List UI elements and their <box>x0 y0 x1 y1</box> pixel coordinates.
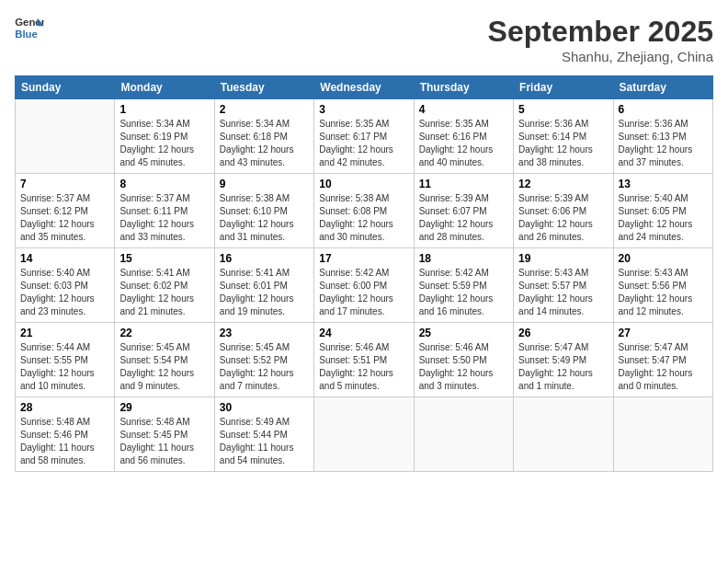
calendar-table: SundayMondayTuesdayWednesdayThursdayFrid… <box>15 75 713 472</box>
day-info: Sunrise: 5:48 AM Sunset: 5:45 PM Dayligh… <box>119 416 209 467</box>
day-info: Sunrise: 5:34 AM Sunset: 6:18 PM Dayligh… <box>220 118 309 169</box>
day-number: 5 <box>518 103 608 116</box>
day-number: 22 <box>119 327 209 339</box>
calendar-cell: 17Sunrise: 5:42 AM Sunset: 6:00 PM Dayli… <box>314 248 414 323</box>
day-info: Sunrise: 5:47 AM Sunset: 5:49 PM Dayligh… <box>518 341 608 393</box>
day-info: Sunrise: 5:46 AM Sunset: 5:50 PM Dayligh… <box>419 341 508 393</box>
calendar-cell: 28Sunrise: 5:48 AM Sunset: 5:46 PM Dayli… <box>16 397 115 472</box>
day-number: 17 <box>319 252 408 265</box>
day-number: 29 <box>119 401 209 414</box>
day-info: Sunrise: 5:41 AM Sunset: 6:01 PM Dayligh… <box>220 267 309 318</box>
logo: General Blue <box>15 15 44 40</box>
calendar-week-row: 14Sunrise: 5:40 AM Sunset: 6:03 PM Dayli… <box>16 248 713 323</box>
calendar-cell: 10Sunrise: 5:38 AM Sunset: 6:08 PM Dayli… <box>314 174 414 248</box>
weekday-header-friday: Friday <box>514 76 613 99</box>
calendar-cell: 16Sunrise: 5:41 AM Sunset: 6:01 PM Dayli… <box>214 248 313 323</box>
calendar-cell <box>16 99 115 174</box>
calendar-cell: 5Sunrise: 5:36 AM Sunset: 6:14 PM Daylig… <box>514 99 613 174</box>
calendar-cell: 3Sunrise: 5:35 AM Sunset: 6:17 PM Daylig… <box>314 99 414 174</box>
logo-icon: General Blue <box>15 15 44 40</box>
calendar-cell: 26Sunrise: 5:47 AM Sunset: 5:49 PM Dayli… <box>514 323 613 397</box>
weekday-header-thursday: Thursday <box>414 76 513 99</box>
calendar-cell <box>314 397 414 472</box>
day-info: Sunrise: 5:39 AM Sunset: 6:06 PM Dayligh… <box>518 192 608 244</box>
weekday-header-monday: Monday <box>115 76 214 99</box>
calendar-cell: 13Sunrise: 5:40 AM Sunset: 6:05 PM Dayli… <box>613 174 712 248</box>
day-number: 28 <box>20 401 109 414</box>
calendar-cell: 19Sunrise: 5:43 AM Sunset: 5:57 PM Dayli… <box>514 248 613 323</box>
day-number: 20 <box>619 252 708 265</box>
day-info: Sunrise: 5:39 AM Sunset: 6:07 PM Dayligh… <box>419 192 508 244</box>
day-info: Sunrise: 5:37 AM Sunset: 6:12 PM Dayligh… <box>20 192 109 244</box>
day-number: 8 <box>119 178 209 190</box>
calendar-cell <box>613 397 712 472</box>
calendar-cell: 30Sunrise: 5:49 AM Sunset: 5:44 PM Dayli… <box>214 397 313 472</box>
calendar-cell: 24Sunrise: 5:46 AM Sunset: 5:51 PM Dayli… <box>314 323 414 397</box>
calendar-cell: 27Sunrise: 5:47 AM Sunset: 5:47 PM Dayli… <box>613 323 712 397</box>
day-info: Sunrise: 5:35 AM Sunset: 6:16 PM Dayligh… <box>419 118 508 169</box>
calendar-cell: 12Sunrise: 5:39 AM Sunset: 6:06 PM Dayli… <box>514 174 613 248</box>
calendar-cell <box>414 397 513 472</box>
calendar-cell: 21Sunrise: 5:44 AM Sunset: 5:55 PM Dayli… <box>16 323 115 397</box>
day-number: 2 <box>220 103 309 116</box>
day-number: 11 <box>419 178 508 190</box>
svg-text:Blue: Blue <box>15 29 38 40</box>
day-info: Sunrise: 5:49 AM Sunset: 5:44 PM Dayligh… <box>220 416 309 467</box>
calendar-week-row: 7Sunrise: 5:37 AM Sunset: 6:12 PM Daylig… <box>16 174 713 248</box>
calendar-cell: 18Sunrise: 5:42 AM Sunset: 5:59 PM Dayli… <box>414 248 513 323</box>
day-info: Sunrise: 5:42 AM Sunset: 6:00 PM Dayligh… <box>319 267 408 318</box>
day-number: 6 <box>619 103 708 116</box>
calendar-cell: 23Sunrise: 5:45 AM Sunset: 5:52 PM Dayli… <box>214 323 313 397</box>
day-info: Sunrise: 5:41 AM Sunset: 6:02 PM Dayligh… <box>119 267 209 318</box>
calendar-cell: 11Sunrise: 5:39 AM Sunset: 6:07 PM Dayli… <box>414 174 513 248</box>
calendar-week-row: 1Sunrise: 5:34 AM Sunset: 6:19 PM Daylig… <box>16 99 713 174</box>
calendar-cell: 7Sunrise: 5:37 AM Sunset: 6:12 PM Daylig… <box>16 174 115 248</box>
day-number: 21 <box>20 327 109 339</box>
page-header: General Blue September 2025 Shanhu, Zhej… <box>15 15 713 64</box>
day-number: 12 <box>518 178 608 190</box>
calendar-cell: 9Sunrise: 5:38 AM Sunset: 6:10 PM Daylig… <box>214 174 313 248</box>
calendar-week-row: 28Sunrise: 5:48 AM Sunset: 5:46 PM Dayli… <box>16 397 713 472</box>
day-info: Sunrise: 5:43 AM Sunset: 5:57 PM Dayligh… <box>518 267 608 318</box>
day-info: Sunrise: 5:36 AM Sunset: 6:13 PM Dayligh… <box>619 118 708 169</box>
day-number: 10 <box>319 178 408 190</box>
calendar-cell: 4Sunrise: 5:35 AM Sunset: 6:16 PM Daylig… <box>414 99 513 174</box>
day-number: 19 <box>518 252 608 265</box>
day-info: Sunrise: 5:42 AM Sunset: 5:59 PM Dayligh… <box>419 267 508 318</box>
day-number: 1 <box>119 103 209 116</box>
day-info: Sunrise: 5:44 AM Sunset: 5:55 PM Dayligh… <box>20 341 109 393</box>
day-number: 14 <box>20 252 109 265</box>
day-info: Sunrise: 5:36 AM Sunset: 6:14 PM Dayligh… <box>518 118 608 169</box>
day-number: 7 <box>20 178 109 190</box>
weekday-header-row: SundayMondayTuesdayWednesdayThursdayFrid… <box>16 76 713 99</box>
day-info: Sunrise: 5:40 AM Sunset: 6:03 PM Dayligh… <box>20 267 109 318</box>
calendar-cell: 20Sunrise: 5:43 AM Sunset: 5:56 PM Dayli… <box>613 248 712 323</box>
day-number: 25 <box>419 327 508 339</box>
day-info: Sunrise: 5:34 AM Sunset: 6:19 PM Dayligh… <box>119 118 209 169</box>
day-info: Sunrise: 5:38 AM Sunset: 6:10 PM Dayligh… <box>220 192 309 244</box>
calendar-cell: 1Sunrise: 5:34 AM Sunset: 6:19 PM Daylig… <box>115 99 214 174</box>
weekday-header-wednesday: Wednesday <box>314 76 414 99</box>
day-number: 18 <box>419 252 508 265</box>
day-info: Sunrise: 5:43 AM Sunset: 5:56 PM Dayligh… <box>619 267 708 318</box>
calendar-cell: 29Sunrise: 5:48 AM Sunset: 5:45 PM Dayli… <box>115 397 214 472</box>
day-number: 26 <box>518 327 608 339</box>
calendar-week-row: 21Sunrise: 5:44 AM Sunset: 5:55 PM Dayli… <box>16 323 713 397</box>
day-info: Sunrise: 5:48 AM Sunset: 5:46 PM Dayligh… <box>20 416 109 467</box>
day-number: 16 <box>220 252 309 265</box>
day-number: 4 <box>419 103 508 116</box>
calendar-cell: 14Sunrise: 5:40 AM Sunset: 6:03 PM Dayli… <box>16 248 115 323</box>
day-number: 27 <box>619 327 708 339</box>
day-info: Sunrise: 5:40 AM Sunset: 6:05 PM Dayligh… <box>619 192 708 244</box>
weekday-header-saturday: Saturday <box>613 76 712 99</box>
calendar-cell: 6Sunrise: 5:36 AM Sunset: 6:13 PM Daylig… <box>613 99 712 174</box>
calendar-cell: 2Sunrise: 5:34 AM Sunset: 6:18 PM Daylig… <box>214 99 313 174</box>
day-info: Sunrise: 5:35 AM Sunset: 6:17 PM Dayligh… <box>319 118 408 169</box>
day-number: 23 <box>220 327 309 339</box>
location: Shanhu, Zhejiang, China <box>488 49 713 64</box>
calendar-cell: 25Sunrise: 5:46 AM Sunset: 5:50 PM Dayli… <box>414 323 513 397</box>
calendar-cell: 22Sunrise: 5:45 AM Sunset: 5:54 PM Dayli… <box>115 323 214 397</box>
calendar-cell: 8Sunrise: 5:37 AM Sunset: 6:11 PM Daylig… <box>115 174 214 248</box>
day-info: Sunrise: 5:45 AM Sunset: 5:52 PM Dayligh… <box>220 341 309 393</box>
month-title: September 2025 <box>488 15 713 49</box>
